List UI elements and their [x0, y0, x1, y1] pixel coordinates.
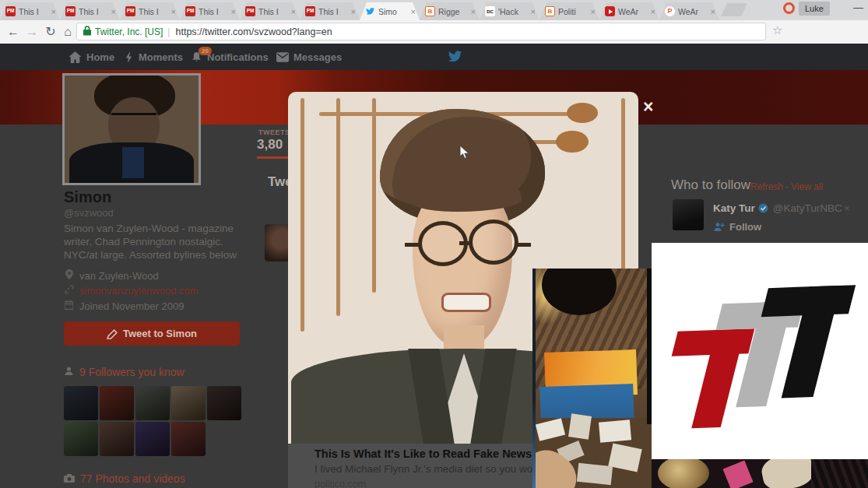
reload-button[interactable]: ↻: [42, 23, 59, 41]
wooden-spoon: [300, 98, 304, 332]
politico-favicon: PM: [305, 6, 315, 16]
profile-joined-row: Joined November 2009: [64, 300, 184, 312]
tab-close-icon[interactable]: ×: [470, 7, 476, 16]
refresh-link[interactable]: Refresh: [750, 181, 783, 192]
suggestion-name-row[interactable]: Katy Tur @KatyTurNBC: [713, 202, 842, 214]
youtube-favicon: [605, 6, 615, 16]
tweet-to-button[interactable]: Tweet to Simon: [64, 321, 240, 346]
tab-close-icon[interactable]: ×: [590, 7, 596, 16]
suggestion-name[interactable]: Katy Tur: [713, 202, 755, 214]
location-pin-icon: [64, 269, 74, 282]
tweets-stat-label[interactable]: TWEETS: [258, 128, 290, 136]
tab-breitbart-2[interactable]: BPoliti×: [539, 2, 599, 20]
follower-avatar[interactable]: [171, 422, 206, 456]
smile: [441, 293, 491, 312]
profile-location: van Zuylen-Wood: [79, 270, 159, 282]
tab-title: Simo: [378, 7, 410, 16]
tab-close-icon[interactable]: ×: [230, 7, 237, 16]
follower-avatar[interactable]: [135, 386, 170, 420]
tab-title: 'Hack: [498, 7, 530, 16]
tab-politico-5[interactable]: PMThis I×: [240, 2, 300, 20]
pink-object: [722, 460, 753, 488]
tab-close-icon[interactable]: ×: [170, 7, 177, 16]
dailycaller-favicon: DC: [485, 6, 495, 16]
tab-youtube[interactable]: WeAr×: [599, 2, 659, 20]
profile-website-link[interactable]: simonvanzuylenwood.com: [79, 285, 198, 297]
follower-avatar[interactable]: [100, 386, 134, 420]
politico-favicon: PM: [65, 6, 76, 16]
followers-you-know-link[interactable]: 9 Followers you know: [64, 366, 184, 378]
spoon-bowl: [567, 103, 598, 123]
tab-politico-3[interactable]: PMThis I×: [120, 2, 180, 20]
compose-pen-icon: [107, 328, 118, 339]
politico-favicon: PM: [185, 6, 195, 16]
tab-politico-1[interactable]: PMThis I×: [0, 2, 60, 20]
home-button[interactable]: ⌂: [59, 23, 76, 41]
video-bottom-strip: [652, 459, 868, 488]
address-bar[interactable]: Twitter, Inc. [US] | https://twitter.com…: [76, 23, 766, 40]
tab-close-icon[interactable]: ×: [710, 7, 716, 16]
follower-avatar[interactable]: [100, 422, 134, 456]
nav-moments[interactable]: Moments: [125, 44, 183, 70]
link-icon: [64, 285, 74, 297]
politico-favicon: PM: [125, 6, 135, 16]
follow-button[interactable]: Follow: [713, 221, 761, 233]
bookmark-star-icon[interactable]: ☆: [772, 23, 782, 37]
site-identity[interactable]: Twitter, Inc. [US]: [95, 26, 163, 37]
twitter-logo-icon[interactable]: [447, 44, 468, 70]
tab-politico-2[interactable]: PMThis I×: [60, 2, 120, 20]
eyeglasses-bridge: [459, 241, 472, 245]
tab-politico-4[interactable]: PMThis I×: [180, 2, 240, 20]
nav-messages[interactable]: Messages: [276, 44, 342, 70]
eyeglasses-temple: [517, 243, 531, 247]
follower-avatar[interactable]: [207, 386, 241, 420]
view-all-link[interactable]: View all: [791, 181, 823, 192]
twitter-favicon: [365, 6, 375, 16]
chrome-profile-chip[interactable]: Luke: [799, 2, 830, 16]
wooden-spoon: [336, 98, 340, 316]
modal-close-icon[interactable]: ×: [643, 97, 653, 118]
tab-close-icon[interactable]: ×: [350, 7, 357, 16]
profile-photo[interactable]: [62, 73, 201, 185]
tab-close-icon[interactable]: ×: [650, 7, 656, 16]
tab-dailycaller[interactable]: DC'Hack×: [480, 2, 539, 20]
tab-breitbart-1[interactable]: BRigge×: [420, 2, 480, 20]
follow-person-icon: [713, 222, 725, 232]
dismiss-suggestion-icon[interactable]: ×: [844, 202, 850, 214]
nav-messages-label: Messages: [293, 51, 342, 63]
tab-patreon[interactable]: PWeAr×: [659, 2, 719, 20]
follower-avatar[interactable]: [64, 422, 98, 456]
back-button[interactable]: ←: [5, 23, 22, 41]
tab-politico-6[interactable]: PMThis I×: [300, 2, 360, 20]
notifications-badge: 20: [199, 47, 212, 55]
photos-and-videos-link[interactable]: 77 Photos and videos: [64, 472, 185, 485]
window-minimize-button[interactable]: —: [849, 0, 868, 17]
tab-title: This I: [258, 7, 290, 16]
nav-home-label: Home: [86, 51, 114, 63]
tab-title: This I: [199, 7, 230, 16]
nav-notifications[interactable]: 20 Notifications: [191, 44, 269, 70]
calendar-icon: [64, 300, 74, 312]
profile-name[interactable]: Simon: [64, 188, 111, 206]
lightning-icon: [125, 51, 134, 63]
paper-scrap: [577, 463, 613, 485]
page-url[interactable]: https://twitter.com/svzwood?lang=en: [175, 26, 332, 37]
tab-title: Politi: [558, 7, 590, 16]
new-tab-button[interactable]: [721, 3, 747, 16]
tab-twitter-active[interactable]: Simo×: [360, 2, 420, 20]
tab-close-icon[interactable]: ×: [410, 7, 416, 16]
suggestion-avatar[interactable]: [673, 199, 704, 230]
follower-avatar[interactable]: [135, 422, 170, 456]
tab-close-icon[interactable]: ×: [530, 7, 536, 16]
tweets-stat-count[interactable]: 3,80: [257, 137, 283, 153]
paper-scrap: [568, 413, 592, 439]
follower-avatar[interactable]: [64, 386, 98, 420]
profile-location-row: van Zuylen-Wood: [64, 269, 159, 282]
tweet-to-label: Tweet to Simon: [123, 328, 197, 339]
forward-button[interactable]: →: [23, 23, 40, 41]
tab-close-icon[interactable]: ×: [290, 7, 297, 16]
tab-close-icon[interactable]: ×: [51, 7, 57, 16]
nav-home[interactable]: Home: [69, 44, 114, 70]
follower-avatar[interactable]: [171, 386, 206, 420]
tab-close-icon[interactable]: ×: [111, 7, 117, 16]
